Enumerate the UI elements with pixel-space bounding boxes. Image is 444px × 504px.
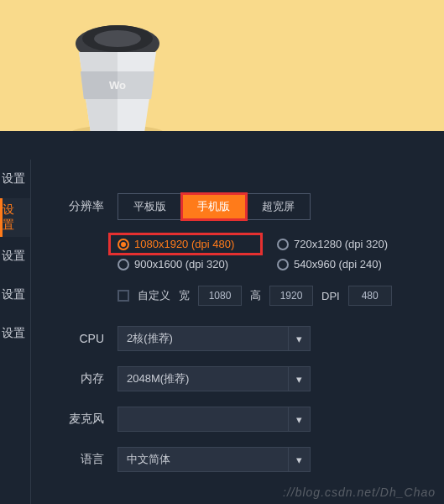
tab-phone[interactable]: 手机版 [182, 194, 246, 219]
sidebar-item-3[interactable]: 设置 [0, 276, 30, 314]
radio-900x1600[interactable]: 900x1600 (dpi 320) [118, 258, 260, 270]
language-select[interactable]: 中文简体 ▾ [118, 447, 311, 472]
width-label: 宽 [179, 288, 190, 303]
chevron-down-icon: ▾ [288, 407, 310, 432]
dpi-input[interactable] [348, 286, 392, 306]
memory-row: 内存 2048M(推荐) ▾ [50, 366, 444, 391]
sidebar: 设置 设置 设置 设置 设置 [0, 160, 30, 353]
radio-dot-icon [277, 239, 289, 250]
radio-dot-icon [118, 259, 129, 270]
cpu-label: CPU [50, 332, 118, 345]
resolution-label: 分辨率 [50, 199, 118, 214]
language-row: 语言 中文简体 ▾ [50, 447, 444, 472]
resolution-row: 分辨率 平板版 手机版 超宽屏 [50, 193, 444, 220]
radio-1080x1920[interactable]: 1080x1920 (dpi 480) [111, 235, 260, 253]
sidebar-item-4[interactable]: 设置 [0, 314, 30, 353]
mic-row: 麦克风 ▾ [50, 407, 444, 432]
radio-dot-icon [277, 259, 289, 270]
tab-tablet[interactable]: 平板版 [118, 194, 182, 219]
sidebar-item-2[interactable]: 设置 [0, 237, 30, 276]
banner: Wo [0, 0, 444, 143]
memory-label: 内存 [50, 371, 118, 386]
height-label: 高 [250, 288, 261, 303]
custom-checkbox[interactable] [118, 290, 129, 302]
chevron-down-icon: ▾ [288, 326, 310, 351]
custom-label: 自定义 [138, 288, 170, 303]
memory-select[interactable]: 2048M(推荐) ▾ [118, 366, 311, 391]
mic-select[interactable]: ▾ [118, 407, 311, 432]
sidebar-item-1[interactable]: 设置 [0, 198, 30, 237]
cpu-row: CPU 2核(推荐) ▾ [50, 326, 444, 351]
dpi-label: DPI [321, 290, 340, 302]
chevron-down-icon: ▾ [288, 447, 310, 472]
radio-540x960[interactable]: 540x960 (dpi 240) [277, 258, 420, 270]
radio-720x1280[interactable]: 720x1280 (dpi 320) [277, 235, 420, 253]
coffee-cup-image: Wo [59, 8, 176, 143]
resolution-tabs: 平板版 手机版 超宽屏 [118, 193, 311, 220]
svg-point-3 [94, 30, 141, 47]
watermark: ://blog.csdn.net/Dh_Chao [283, 486, 436, 499]
chevron-down-icon: ▾ [288, 366, 310, 391]
language-label: 语言 [50, 452, 118, 467]
height-input[interactable] [269, 286, 313, 306]
mic-label: 麦克风 [50, 412, 118, 427]
sidebar-divider [30, 160, 31, 504]
custom-row: 自定义 宽 高 DPI [118, 286, 444, 306]
content: 分辨率 平板版 手机版 超宽屏 1080x1920 (dpi 480) 720x… [50, 193, 444, 487]
tab-ultrawide[interactable]: 超宽屏 [246, 194, 310, 219]
sidebar-item-0[interactable]: 设置 [0, 160, 30, 198]
cpu-select[interactable]: 2核(推荐) ▾ [118, 326, 311, 351]
width-input[interactable] [198, 286, 242, 306]
svg-text:Wo: Wo [109, 79, 126, 92]
resolution-options: 1080x1920 (dpi 480) 720x1280 (dpi 320) 9… [118, 235, 444, 270]
radio-dot-icon [118, 239, 129, 250]
